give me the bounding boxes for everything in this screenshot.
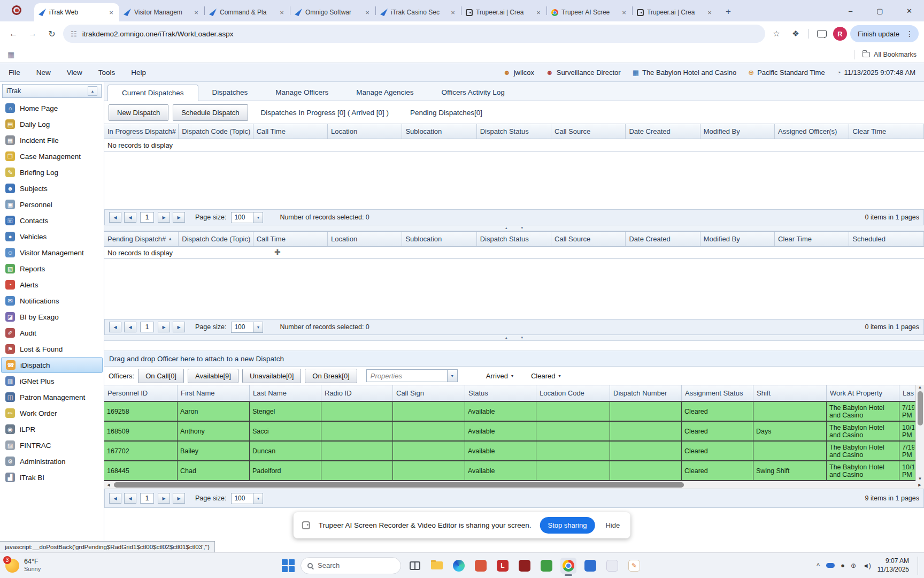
app-light-icon[interactable] (604, 558, 620, 574)
sidebar-item-subjects[interactable]: ☻Subjects (0, 180, 104, 196)
back-button[interactable]: ← (5, 26, 21, 42)
page-size-dropdown[interactable]: 100▼ (231, 322, 263, 333)
maximize-button[interactable]: ▢ (865, 0, 895, 21)
page-size-dropdown[interactable]: 100▼ (231, 212, 263, 223)
extensions-icon[interactable]: ❖ (788, 26, 804, 42)
column-header[interactable]: Date Created (626, 124, 700, 139)
hidden-icons-chevron[interactable]: ^ (817, 562, 820, 569)
column-header[interactable]: Las (899, 385, 914, 401)
column-header[interactable]: Shift (753, 385, 827, 401)
browser-tab-trupeer-screen[interactable]: Trupeer AI Scree × (547, 3, 632, 21)
volume-icon[interactable]: ◄) (863, 562, 871, 569)
properties-combobox[interactable]: Properties▼ (366, 369, 458, 382)
officer-row[interactable]: 168445 Chad Padelford Available Cleared … (104, 461, 915, 481)
tab-manage-officers[interactable]: Manage Officers (261, 84, 342, 101)
first-page-button[interactable]: ◀ (109, 322, 121, 332)
next-page-button[interactable]: ▶ (158, 322, 170, 332)
splitter-down-icon[interactable]: ▾ (521, 336, 523, 340)
column-header[interactable]: Call Source (551, 124, 626, 139)
sidebar-item-fintrac[interactable]: ▨FINTRAC (0, 437, 104, 453)
tab-close-icon[interactable]: × (192, 9, 200, 17)
weather-widget[interactable]: 3 64°FSunny (5, 558, 41, 573)
column-header[interactable]: Modified By (700, 124, 775, 139)
column-header[interactable]: Dispatch Status (477, 124, 551, 139)
dropdown-arrow-icon[interactable]: ▼ (448, 369, 458, 382)
tab-close-icon[interactable]: × (364, 9, 371, 17)
new-tab-button[interactable]: + (721, 4, 736, 19)
sidebar-item-audit[interactable]: ✐Audit (0, 325, 104, 341)
browser-tab-visitor-management[interactable]: Visitor Managem × (119, 3, 204, 21)
taskbar-search[interactable]: Search (301, 557, 401, 574)
first-page-button[interactable]: ◀ (109, 212, 121, 223)
tab-search-icon[interactable] (814, 26, 830, 42)
splitter-up-icon[interactable]: ▴ (505, 336, 507, 340)
microphone-icon[interactable]: ⏺ (841, 562, 844, 569)
column-header[interactable]: Dispatch Code (Topic) (179, 232, 253, 246)
app-darkred-icon[interactable] (517, 558, 533, 574)
schedule-dispatch-button[interactable]: Schedule Dispatch (173, 104, 248, 121)
column-header[interactable]: Last Name (250, 385, 321, 401)
show-desktop-button[interactable] (918, 557, 920, 575)
splitter-up-icon[interactable]: ▴ (505, 226, 507, 230)
sidebar-item-case-management[interactable]: ❐Case Management (0, 148, 104, 164)
tab-officers-activity-log[interactable]: Officers Activity Log (428, 84, 519, 101)
browser-tab-trupeer-1[interactable]: Trupeer.ai | Crea × (461, 3, 546, 21)
scrollbar-thumb[interactable] (918, 391, 923, 425)
cleared-dropdown[interactable]: Cleared▾ (531, 372, 561, 380)
dispatches-in-progress-label[interactable]: Dispatches In Progress [0] ( Arrived [0]… (252, 109, 397, 117)
file-explorer-icon[interactable] (429, 558, 445, 574)
accent-tray-icon[interactable] (826, 563, 835, 568)
column-header[interactable]: Call Sign (393, 385, 465, 401)
sidebar-item-idispatch[interactable]: ☎iDispatch (1, 357, 103, 373)
app-red-icon[interactable] (473, 558, 489, 574)
last-page-button[interactable]: ▶ (173, 493, 185, 504)
menu-tools[interactable]: Tools (98, 69, 116, 77)
pending-dispatches-label[interactable]: Pending Dispatches[0] (402, 109, 491, 117)
column-header[interactable]: Date Created (626, 232, 700, 246)
apps-grid-icon[interactable]: ▦ (7, 50, 14, 59)
available-filter-button[interactable]: Available[9] (188, 369, 238, 383)
menu-view[interactable]: View (67, 69, 82, 77)
column-header-sorted[interactable]: Pending Dispatch#▲ (104, 232, 179, 246)
pen-app-icon[interactable]: ✎ (626, 558, 642, 574)
column-header[interactable]: Assigned Officer(s) (775, 124, 849, 139)
page-number-input[interactable]: 1 (140, 212, 154, 223)
page-number-input[interactable]: 1 (140, 493, 154, 504)
sidebar-item-bi-by-exago[interactable]: ◪BI by Exago (0, 309, 104, 325)
sidebar-item-notifications[interactable]: ✉Notifications (0, 293, 104, 309)
column-header[interactable]: Work At Property (827, 385, 899, 401)
reload-button[interactable]: ↻ (44, 26, 60, 42)
column-header[interactable]: Modified By (700, 232, 775, 246)
tab-close-icon[interactable]: × (278, 9, 286, 17)
sidebar-item-ilpr[interactable]: ◉iLPR (0, 421, 104, 437)
browser-tab-itrak-casino[interactable]: iTrak Casino Sec × (376, 3, 461, 21)
pane-splitter[interactable]: ▴▾ (104, 225, 924, 231)
officer-row[interactable]: 169258 Aaron Stengel Available Cleared T… (104, 402, 915, 422)
on-break-filter-button[interactable]: On Break[0] (305, 369, 357, 383)
close-window-button[interactable]: ✕ (895, 0, 924, 21)
column-header[interactable]: In Progress Dispatch# (104, 124, 179, 139)
sidebar-item-itrak-bi[interactable]: ▟iTrak BI (0, 469, 104, 485)
address-bar[interactable]: ☷ itrakdemo2.omnigo.one/iTrak/WorkLoader… (63, 25, 765, 43)
browser-menu-icon[interactable]: ⋮ (904, 29, 915, 38)
sidebar-item-incident-file[interactable]: ▦Incident File (0, 132, 104, 148)
column-header[interactable]: Location (328, 232, 402, 246)
column-header[interactable]: Clear Time (775, 232, 849, 246)
forward-button[interactable]: → (25, 26, 41, 42)
chrome-icon[interactable] (560, 558, 576, 574)
scroll-down-icon[interactable]: ▼ (918, 476, 922, 481)
browser-tab-omnigo[interactable]: Omnigo Softwar × (290, 3, 375, 21)
bookmark-star-icon[interactable]: ☆ (768, 26, 784, 42)
hide-banner-button[interactable]: Hide (603, 521, 622, 529)
horizontal-scrollbar[interactable]: ◄ ► (104, 481, 924, 489)
sidebar-item-administration[interactable]: ⚙Administration (0, 453, 104, 469)
officer-row[interactable]: 168509 Anthony Sacci Available Cleared D… (104, 422, 915, 442)
app-blue-icon[interactable] (582, 558, 598, 574)
next-page-button[interactable]: ▶ (158, 493, 170, 504)
column-header[interactable]: Clear Time (849, 124, 923, 139)
site-settings-icon[interactable]: ☷ (71, 30, 77, 38)
task-view-icon[interactable] (407, 558, 423, 574)
sidebar-item-vehicles[interactable]: ●Vehicles (0, 229, 104, 245)
scroll-up-icon[interactable]: ▲ (918, 385, 922, 390)
finish-update-button[interactable]: Finish update ⋮ (850, 25, 919, 42)
